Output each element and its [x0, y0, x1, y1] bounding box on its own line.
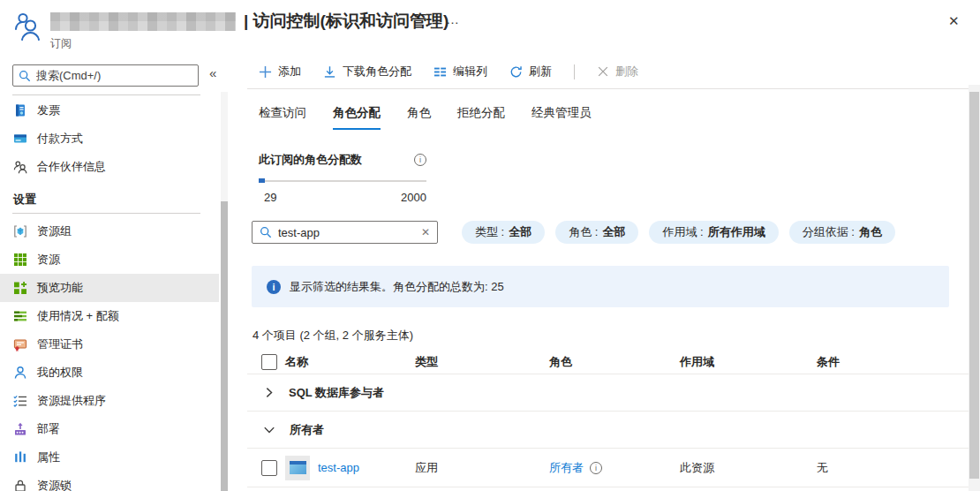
- sidebar-item-label: 发票: [37, 102, 60, 118]
- column-header-scope[interactable]: 作用域: [680, 354, 817, 370]
- filter-search-input[interactable]: [278, 226, 415, 239]
- delete-x-icon: [597, 65, 609, 78]
- column-header-role[interactable]: 角色: [549, 354, 680, 370]
- sidebar-item-label: 合作伙伴信息: [37, 159, 106, 175]
- column-header-condition[interactable]: 条件: [817, 354, 969, 370]
- sidebar-item-payment-methods[interactable]: 付款方式: [0, 125, 219, 153]
- select-all-checkbox[interactable]: [261, 354, 277, 370]
- sidebar-item-my-permissions[interactable]: 我的权限: [0, 359, 219, 387]
- sidebar-search-box: [12, 64, 199, 87]
- row-checkbox[interactable]: [261, 460, 277, 476]
- pill-label: 作用域 :: [662, 224, 703, 240]
- sidebar-item-label: 属性: [37, 449, 60, 465]
- sidebar: « 发票 付款方式 合作伙伴信息 设置: [0, 55, 231, 491]
- sidebar-item-label: 部署: [37, 421, 60, 437]
- search-icon: [260, 226, 272, 238]
- chevron-right-icon[interactable]: [263, 387, 275, 398]
- delete-button-label: 删除: [615, 64, 638, 79]
- column-header-name[interactable]: 名称: [285, 354, 415, 370]
- role-count-max: 2000: [401, 191, 426, 204]
- payment-card-icon: [13, 132, 27, 146]
- role-assignments-table: 名称 类型 角色 作用域 条件 SQL 数据库参与者 所有者 test-app …: [247, 350, 969, 487]
- info-banner-text: 显示筛选的结果集。角色分配的总数为: 25: [290, 279, 504, 295]
- download-icon: [323, 65, 336, 79]
- tab-role-assignments[interactable]: 角色分配: [333, 105, 381, 130]
- role-info-icon[interactable]: i: [590, 462, 602, 474]
- pill-value: 角色: [859, 224, 882, 240]
- sidebar-item-label: 资源组: [37, 223, 72, 239]
- preview-features-icon: [13, 281, 27, 295]
- pill-value: 所有作用域: [708, 224, 765, 240]
- edit-columns-icon: [433, 65, 447, 79]
- sidebar-search-input[interactable]: [36, 69, 192, 82]
- filter-pill-type[interactable]: 类型 : 全部: [462, 221, 545, 244]
- close-icon[interactable]: ✕: [948, 13, 960, 29]
- principal-name-link[interactable]: test-app: [318, 461, 359, 474]
- group-row-owner[interactable]: 所有者: [247, 412, 969, 449]
- sidebar-section-settings: 设置: [0, 188, 231, 211]
- sidebar-item-resource-providers[interactable]: 资源提供程序: [0, 387, 219, 415]
- filter-pill-scope[interactable]: 作用域 : 所有作用域: [649, 221, 778, 244]
- sidebar-item-management-certificates[interactable]: 管理证书: [0, 330, 219, 359]
- filter-pill-group-by[interactable]: 分组依据 : 角色: [789, 221, 895, 244]
- sidebar-item-usage-quotas[interactable]: 使用情况 + 配额: [0, 302, 219, 330]
- add-button[interactable]: 添加: [259, 64, 301, 79]
- sidebar-item-label: 使用情况 + 配额: [37, 308, 119, 324]
- pill-label: 分组依据 :: [803, 224, 855, 240]
- assignment-scope: 此资源: [680, 460, 817, 476]
- table-header-row: 名称 类型 角色 作用域 条件: [247, 350, 969, 374]
- tab-deny-assignments[interactable]: 拒绝分配: [457, 105, 505, 130]
- sidebar-item-label: 管理证书: [37, 336, 83, 352]
- clear-search-icon[interactable]: ✕: [421, 226, 430, 238]
- access-control-people-icon: [14, 11, 41, 42]
- search-icon: [19, 70, 31, 82]
- sidebar-scrollbar-thumb[interactable]: [221, 201, 228, 491]
- progress-track: [259, 180, 426, 182]
- sidebar-item-label: 资源: [37, 252, 60, 268]
- sidebar-item-label: 我的权限: [37, 365, 83, 381]
- refresh-icon: [509, 65, 523, 79]
- person-icon: [13, 366, 27, 380]
- refresh-button-label: 刷新: [529, 64, 552, 79]
- sidebar-item-deployments[interactable]: 部署: [0, 415, 219, 443]
- collapse-sidebar-icon[interactable]: «: [209, 65, 216, 80]
- sidebar-item-resource-locks[interactable]: 资源锁: [0, 472, 219, 491]
- delete-button[interactable]: 删除: [597, 64, 638, 79]
- column-header-type[interactable]: 类型: [415, 354, 549, 370]
- sidebar-divider: [12, 213, 200, 214]
- certificate-icon: [13, 337, 27, 351]
- sidebar-item-resources[interactable]: 资源: [0, 246, 219, 274]
- role-link[interactable]: 所有者: [549, 460, 584, 476]
- sidebar-item-preview-features[interactable]: 预览功能: [0, 274, 219, 302]
- sidebar-item-resource-groups[interactable]: 资源组: [0, 217, 219, 246]
- sidebar-item-label: 资源锁: [37, 478, 72, 491]
- sidebar-item-label: 资源提供程序: [37, 393, 106, 409]
- edit-columns-button[interactable]: 编辑列: [433, 64, 487, 79]
- download-button-label: 下载角色分配: [343, 64, 411, 79]
- tab-check-access[interactable]: 检查访问: [259, 105, 306, 130]
- chevron-down-icon[interactable]: [263, 424, 275, 435]
- app-icon: [285, 456, 310, 480]
- group-row-sql-db-contributor[interactable]: SQL 数据库参与者: [247, 374, 969, 412]
- invoice-icon: [13, 103, 27, 117]
- sidebar-item-properties[interactable]: 属性: [0, 443, 219, 472]
- tab-classic-administrators[interactable]: 经典管理员: [531, 105, 592, 130]
- lock-icon: [13, 479, 27, 491]
- pill-label: 类型 :: [475, 224, 504, 240]
- tab-roles[interactable]: 角色: [407, 105, 431, 130]
- refresh-button[interactable]: 刷新: [509, 64, 552, 79]
- info-icon[interactable]: i: [414, 154, 426, 166]
- more-options-icon[interactable]: …: [446, 11, 461, 26]
- checklist-icon: [13, 394, 27, 408]
- plus-icon: [259, 65, 272, 79]
- sidebar-item-label: 预览功能: [37, 280, 83, 296]
- download-role-assignments-button[interactable]: 下载角色分配: [323, 64, 411, 79]
- main-scrollbar-thumb[interactable]: [969, 92, 979, 479]
- sidebar-divider: [12, 94, 200, 95]
- role-assignment-count-widget: 此订阅的角色分配数 i 29 2000: [259, 152, 426, 204]
- sidebar-item-partner-information[interactable]: 合作伙伴信息: [0, 153, 219, 181]
- filter-search-box: ✕: [252, 221, 438, 244]
- filter-pill-role[interactable]: 角色 : 全部: [555, 221, 638, 244]
- sidebar-item-invoices[interactable]: 发票: [0, 96, 219, 125]
- assignment-condition: 无: [817, 460, 969, 476]
